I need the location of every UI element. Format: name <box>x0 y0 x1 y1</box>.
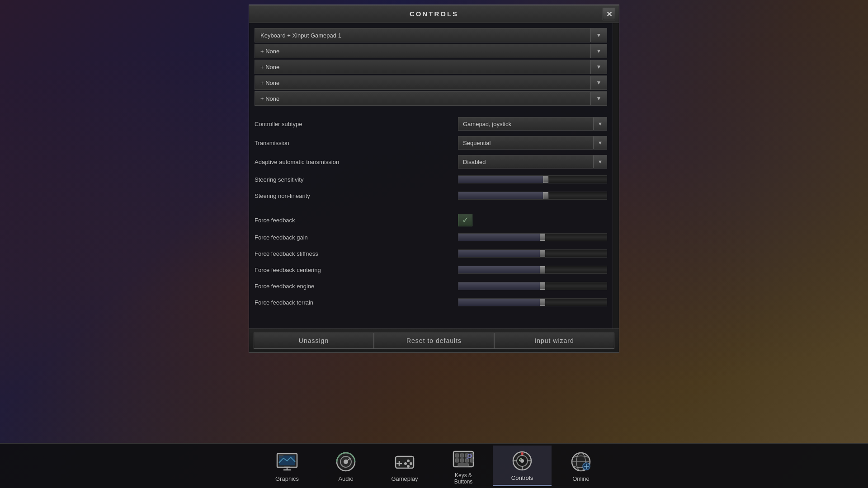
transmission-arrow[interactable]: ▼ <box>593 136 607 149</box>
ff-engine-slider[interactable] <box>458 282 607 290</box>
section-gap-2 <box>249 204 613 211</box>
steering-nonlinearity-control <box>458 192 607 200</box>
nav-keys[interactable]: Keys & Buttons <box>434 446 493 486</box>
ff-gain-row: Force feedback gain <box>249 229 613 245</box>
device-arrow-4[interactable]: ▼ <box>590 76 607 89</box>
nav-online-label: Online <box>572 475 590 482</box>
force-feedback-control: ✓ <box>458 214 607 226</box>
adaptive-transmission-dropdown[interactable]: Disabled ▼ <box>458 155 607 169</box>
ff-engine-label: Force feedback engine <box>255 283 458 290</box>
nav-keys-label: Keys & Buttons <box>454 472 473 485</box>
svg-rect-6 <box>279 457 282 458</box>
nav-gameplay-label: Gameplay <box>391 475 418 482</box>
nav-bar: Graphics Audio <box>0 443 868 488</box>
online-icon <box>569 450 593 474</box>
svg-point-14 <box>404 462 407 465</box>
nav-online[interactable]: Online <box>552 446 610 486</box>
ff-stiffness-slider[interactable] <box>458 249 607 258</box>
controller-subtype-row: Controller subtype Gamepad, joystick ▼ <box>249 114 613 133</box>
svg-point-37 <box>521 452 524 455</box>
ff-centering-slider[interactable] <box>458 266 607 274</box>
nav-controls[interactable]: Controls <box>493 446 552 486</box>
ff-centering-row: Force feedback centering <box>249 262 613 278</box>
ff-stiffness-control <box>458 249 607 258</box>
section-gap-3 <box>249 310 613 318</box>
device-arrow-2[interactable]: ▼ <box>590 44 607 58</box>
device-row-3[interactable]: + None ▼ <box>255 60 607 74</box>
nav-audio[interactable]: Audio <box>316 446 375 486</box>
controller-subtype-dropdown[interactable]: Gamepad, joystick ▼ <box>458 117 607 131</box>
device-arrow-3[interactable]: ▼ <box>590 60 607 74</box>
nav-controls-label: Controls <box>511 474 533 481</box>
device-row-4[interactable]: + None ▼ <box>255 75 607 90</box>
input-wizard-button[interactable]: Input wizard <box>494 333 614 349</box>
scrollbar-track[interactable] <box>613 23 619 328</box>
steering-nonlinearity-label: Steering non-linearity <box>255 192 458 199</box>
device-row-1[interactable]: Keyboard + Xinput Gamepad 1 ▼ <box>255 28 607 42</box>
device-arrow-1[interactable]: ▼ <box>590 28 607 42</box>
controller-subtype-control: Gamepad, joystick ▼ <box>458 117 607 131</box>
svg-point-12 <box>407 460 410 462</box>
adaptive-transmission-value: Disabled <box>458 159 593 165</box>
gameplay-icon <box>393 450 416 474</box>
controller-subtype-label: Controller subtype <box>255 121 458 127</box>
section-gap-4 <box>249 318 613 325</box>
device-row-5[interactable]: + None ▼ <box>255 91 607 106</box>
device-row-2[interactable]: + None ▼ <box>255 44 607 58</box>
ff-gain-slider[interactable] <box>458 233 607 241</box>
device-label-3: + None <box>255 64 590 70</box>
transmission-row: Transmission Sequential ▼ <box>249 133 613 152</box>
ff-terrain-slider[interactable] <box>458 298 607 306</box>
svg-point-13 <box>410 462 412 465</box>
ff-gain-label: Force feedback gain <box>255 234 458 241</box>
transmission-label: Transmission <box>255 140 458 146</box>
svg-point-32 <box>520 459 524 463</box>
section-gap-1 <box>249 107 613 114</box>
nav-audio-label: Audio <box>338 475 353 482</box>
device-label-1: Keyboard + Xinput Gamepad 1 <box>255 32 590 39</box>
controller-subtype-arrow[interactable]: ▼ <box>593 117 607 130</box>
svg-rect-23 <box>460 459 464 462</box>
close-button[interactable]: ✕ <box>603 8 615 20</box>
force-feedback-check-mark: ✓ <box>462 216 469 224</box>
force-feedback-label: Force feedback <box>255 217 458 224</box>
keys-icon <box>452 447 475 470</box>
modal-overlay: CONTROLS ✕ Keyboard + Xinput Gamepad 1 ▼… <box>0 0 868 488</box>
steering-sensitivity-slider[interactable] <box>458 175 607 183</box>
adaptive-transmission-row: Adaptive automatic transmission Disabled… <box>249 152 613 171</box>
ff-stiffness-row: Force feedback stiffness <box>249 245 613 262</box>
svg-rect-20 <box>460 454 464 457</box>
ff-centering-control <box>458 266 607 274</box>
audio-icon <box>334 450 358 474</box>
adaptive-transmission-label: Adaptive automatic transmission <box>255 159 458 165</box>
nav-gameplay[interactable]: Gameplay <box>375 446 434 486</box>
transmission-dropdown[interactable]: Sequential ▼ <box>458 136 607 150</box>
modal-title: CONTROLS <box>410 10 458 18</box>
unassign-button[interactable]: Unassign <box>254 333 374 349</box>
reset-button[interactable]: Reset to defaults <box>374 333 494 349</box>
ff-engine-row: Force feedback engine <box>249 278 613 294</box>
svg-rect-27 <box>458 464 469 466</box>
steering-sensitivity-label: Steering sensitivity <box>255 176 458 183</box>
svg-rect-19 <box>455 454 459 457</box>
device-arrow-5[interactable]: ▼ <box>590 92 607 105</box>
ff-stiffness-label: Force feedback stiffness <box>255 250 458 257</box>
device-label-5: + None <box>255 95 590 102</box>
svg-rect-22 <box>455 459 459 462</box>
svg-point-15 <box>407 465 410 468</box>
adaptive-transmission-arrow[interactable]: ▼ <box>593 155 607 168</box>
ff-centering-label: Force feedback centering <box>255 267 458 273</box>
scroll-area[interactable]: Keyboard + Xinput Gamepad 1 ▼ + None ▼ +… <box>249 23 613 328</box>
adaptive-transmission-control: Disabled ▼ <box>458 155 607 169</box>
controls-icon <box>510 449 534 473</box>
nav-graphics[interactable]: Graphics <box>258 446 316 486</box>
ff-engine-control <box>458 282 607 290</box>
transmission-control: Sequential ▼ <box>458 136 607 150</box>
steering-sensitivity-row: Steering sensitivity <box>249 171 613 188</box>
force-feedback-checkbox[interactable]: ✓ <box>458 214 472 226</box>
steering-nonlinearity-row: Steering non-linearity <box>249 188 613 204</box>
ff-terrain-row: Force feedback terrain <box>249 294 613 310</box>
force-feedback-row: Force feedback ✓ <box>249 211 613 229</box>
controller-subtype-value: Gamepad, joystick <box>458 121 593 127</box>
steering-nonlinearity-slider[interactable] <box>458 192 607 200</box>
